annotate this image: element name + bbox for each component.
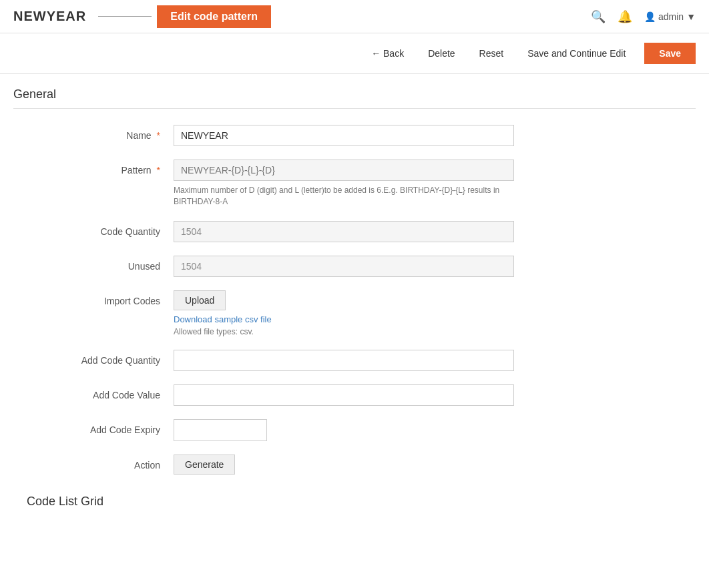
add-code-expiry-row: Add Code Expiry 📅: [13, 419, 696, 441]
add-code-value-input[interactable]: [174, 384, 514, 406]
name-input[interactable]: [174, 125, 514, 146]
reset-button[interactable]: Reset: [474, 45, 509, 61]
page-title: Edit code pattern: [157, 5, 271, 28]
name-row: Name *: [13, 125, 696, 146]
name-required: *: [157, 130, 160, 141]
code-quantity-field: [174, 221, 514, 242]
name-field: [174, 125, 514, 146]
add-code-qty-row: Add Code Quantity: [13, 350, 696, 371]
user-name: admin: [658, 11, 684, 22]
upload-button[interactable]: Upload: [174, 290, 226, 310]
action-label: Action: [40, 455, 174, 471]
header-right: 🔍 🔔 👤 admin ▼: [591, 9, 696, 24]
add-code-value-label: Add Code Value: [40, 384, 174, 400]
pattern-row: Pattern * Maximum number of D (digit) an…: [13, 160, 696, 208]
dropdown-icon: ▼: [686, 11, 696, 22]
unused-row: Unused: [13, 256, 696, 277]
pattern-input[interactable]: [174, 160, 514, 181]
import-codes-label: Import Codes: [40, 290, 174, 306]
main-content: General Name * Pattern * Maximum number …: [0, 74, 709, 522]
pattern-field: Maximum number of D (digit) and L (lette…: [174, 160, 514, 208]
allowed-types: Allowed file types: csv.: [174, 327, 514, 336]
section-divider: [13, 108, 696, 109]
add-code-value-row: Add Code Value: [13, 384, 696, 406]
expiry-date-input[interactable]: [174, 420, 267, 440]
pattern-label: Pattern *: [40, 160, 174, 176]
toolbar: ← Back Delete Reset Save and Continue Ed…: [0, 33, 709, 74]
logo: NEWYEAR: [13, 9, 86, 24]
delete-button[interactable]: Delete: [423, 45, 460, 61]
pattern-hint: Maximum number of D (digit) and L (lette…: [174, 185, 514, 208]
user-icon: 👤: [644, 11, 656, 22]
add-code-qty-field: [174, 350, 514, 371]
header: NEWYEAR Edit code pattern 🔍 🔔 👤 admin ▼: [0, 0, 709, 33]
name-label: Name *: [40, 125, 174, 141]
bell-icon[interactable]: 🔔: [618, 9, 632, 24]
add-code-qty-input[interactable]: [174, 350, 514, 371]
code-quantity-input: [174, 221, 514, 242]
section-title: General: [13, 87, 696, 101]
unused-field: [174, 256, 514, 277]
date-wrapper: 📅: [174, 419, 267, 441]
code-quantity-label: Code Quantity: [40, 221, 174, 237]
back-button[interactable]: ← Back: [366, 45, 409, 61]
code-list-grid-title: Code List Grid: [13, 495, 696, 509]
unused-input: [174, 256, 514, 277]
add-code-value-field: [174, 384, 514, 406]
save-button[interactable]: Save: [644, 43, 696, 64]
add-code-expiry-label: Add Code Expiry: [40, 419, 174, 435]
pattern-required: *: [157, 165, 160, 176]
generate-button[interactable]: Generate: [174, 455, 235, 475]
general-section: General Name * Pattern * Maximum number …: [13, 87, 696, 475]
import-codes-field: Upload Download sample csv file Allowed …: [174, 290, 514, 336]
logo-divider: [98, 16, 152, 17]
save-continue-button[interactable]: Save and Continue Edit: [522, 45, 631, 61]
action-field: Generate: [174, 455, 514, 475]
import-codes-row: Import Codes Upload Download sample csv …: [13, 290, 696, 336]
csv-download-link[interactable]: Download sample csv file: [174, 314, 514, 324]
code-quantity-row: Code Quantity: [13, 221, 696, 242]
action-row: Action Generate: [13, 455, 696, 475]
unused-label: Unused: [40, 256, 174, 272]
user-menu[interactable]: 👤 admin ▼: [644, 11, 696, 22]
add-code-qty-label: Add Code Quantity: [40, 350, 174, 366]
add-code-expiry-field: 📅: [174, 419, 514, 441]
search-icon[interactable]: 🔍: [591, 9, 606, 24]
